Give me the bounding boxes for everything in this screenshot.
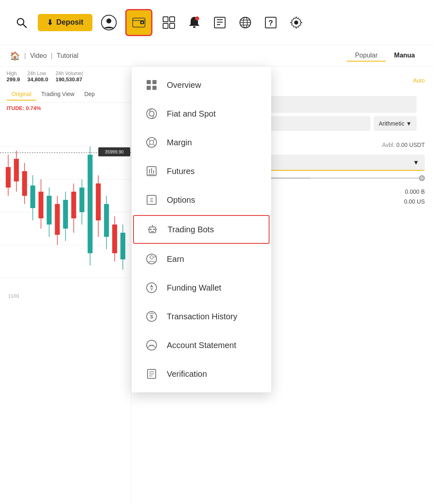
chart-area: High 299.9 24h Low 34,808.0 24h Volume( …	[0, 66, 131, 504]
svg-marker-98	[150, 288, 153, 291]
menu-label-earn: Earn	[167, 254, 184, 264]
svg-rect-37	[22, 171, 27, 196]
tab-manual[interactable]: Manua	[386, 50, 423, 62]
svg-point-12	[195, 16, 199, 21]
svg-rect-39	[30, 186, 35, 208]
menu-label-funding: Funding Wallet	[167, 283, 221, 293]
svg-point-25	[294, 21, 298, 25]
menu-item-earn[interactable]: Earn	[131, 245, 271, 273]
menu-item-overview[interactable]: Overview	[131, 71, 271, 99]
high-label: High	[7, 71, 20, 76]
vol-val: 190,530.87	[55, 76, 83, 82]
svg-rect-57	[104, 204, 109, 237]
globe-button[interactable]	[236, 14, 254, 32]
svg-point-70	[149, 111, 154, 116]
tab-popular[interactable]: Popular	[347, 50, 386, 62]
high-val: 299.9	[7, 76, 20, 82]
deposit-button[interactable]: ⬇ Deposit	[38, 14, 92, 31]
leverage-arrow: ▼	[413, 159, 419, 166]
menu-label-account: Account Statement	[167, 341, 236, 350]
vol-label: 24h Volume(	[55, 71, 83, 76]
arithmetic-select[interactable]: Arithmetic ▼	[374, 116, 417, 131]
svg-line-75	[148, 139, 150, 141]
download-button[interactable]	[211, 14, 229, 32]
transaction-icon: $	[145, 309, 159, 323]
menu-item-transaction-history[interactable]: $ Transaction History	[131, 302, 271, 331]
svg-rect-43	[47, 196, 52, 225]
svg-rect-49	[71, 192, 76, 218]
menu-label-options: Options	[167, 195, 195, 205]
referral-button[interactable]	[160, 14, 178, 32]
svg-point-74	[150, 140, 154, 144]
menu-item-trading-bots[interactable]: Trading Bots	[133, 215, 269, 244]
menu-item-margin[interactable]: Margin	[131, 128, 271, 157]
top-bar: ⬇ Deposit	[0, 0, 433, 45]
home-icon[interactable]: 🏠	[10, 51, 20, 61]
svg-text:Ξ: Ξ	[150, 197, 153, 203]
svg-rect-61	[120, 233, 125, 259]
breadcrumb-video[interactable]: Video	[30, 52, 47, 60]
menu-item-fiat-and-spot[interactable]: Fiat and Spot	[131, 99, 271, 128]
tab-dep[interactable]: Dep	[79, 88, 100, 101]
svg-rect-92	[151, 231, 154, 232]
breadcrumb-tutorial[interactable]: Tutorial	[57, 52, 78, 60]
low-label: 24h Low	[28, 71, 48, 76]
breadcrumb-bar: 🏠 | Video | Tutorial Popular Manua	[0, 45, 433, 66]
menu-item-verification[interactable]: Verification	[131, 360, 271, 388]
amplitude-val: 0.74%	[26, 105, 41, 111]
svg-point-88	[153, 229, 155, 230]
svg-rect-55	[96, 183, 101, 220]
futures-icon	[145, 164, 159, 178]
svg-point-69	[147, 109, 157, 119]
menu-item-funding-wallet[interactable]: Funding Wallet	[131, 273, 271, 302]
svg-rect-53	[88, 155, 92, 253]
svg-rect-59	[112, 225, 117, 253]
search-button[interactable]	[12, 14, 30, 32]
svg-rect-11	[170, 23, 175, 28]
menu-label-transaction: Transaction History	[167, 312, 237, 321]
profile-button[interactable]	[100, 14, 118, 32]
svg-point-6	[141, 22, 143, 23]
menu-label-verification: Verification	[167, 369, 207, 379]
menu-item-options[interactable]: Ξ Options	[131, 186, 271, 214]
menu-label-overview: Overview	[167, 80, 201, 90]
arithmetic-label: Arithmetic	[379, 120, 404, 127]
svg-line-76	[153, 144, 155, 146]
svg-rect-35	[14, 159, 19, 181]
svg-rect-68	[152, 86, 157, 90]
verification-icon	[145, 367, 159, 381]
amplitude-label: ITUDE:	[7, 105, 24, 111]
dropdown-menu: Overview Fiat and Spot	[131, 66, 271, 392]
chart-stats: High 299.9 24h Low 34,808.0 24h Volume( …	[0, 66, 131, 87]
options-icon: Ξ	[145, 193, 159, 207]
menu-label-trading-bots: Trading Bots	[168, 225, 214, 234]
separator: |	[24, 52, 26, 60]
overview-icon	[145, 78, 159, 92]
svg-text:$: $	[150, 314, 153, 320]
wallet-button[interactable]	[125, 9, 152, 36]
menu-item-futures[interactable]: Futures	[131, 157, 271, 186]
earn-icon	[145, 252, 159, 266]
help-button[interactable]: ?	[262, 14, 280, 32]
svg-line-1	[23, 24, 26, 27]
auto-label: Auto	[413, 77, 425, 84]
svg-rect-41	[39, 192, 44, 218]
svg-rect-10	[163, 23, 168, 28]
svg-point-73	[147, 137, 157, 147]
svg-marker-97	[150, 284, 153, 288]
dropdown-arrow: ▼	[406, 120, 412, 127]
svg-rect-9	[170, 17, 175, 22]
slider-thumb-right[interactable]	[419, 175, 425, 181]
avbl-label: Avbl:	[382, 142, 395, 148]
notification-button[interactable]	[185, 14, 203, 32]
bots-icon	[145, 222, 159, 236]
menu-item-account-statement[interactable]: Account Statement	[131, 331, 271, 360]
avbl-val: 0.00 USDT	[396, 142, 425, 148]
menu-label-futures: Futures	[167, 167, 195, 176]
funding-icon	[145, 281, 159, 295]
fiat-icon	[145, 107, 159, 121]
tab-original[interactable]: Original	[7, 88, 36, 101]
tab-trading-view[interactable]: Trading View	[36, 88, 79, 101]
settings-button[interactable]	[287, 14, 305, 32]
svg-rect-65	[147, 80, 151, 84]
